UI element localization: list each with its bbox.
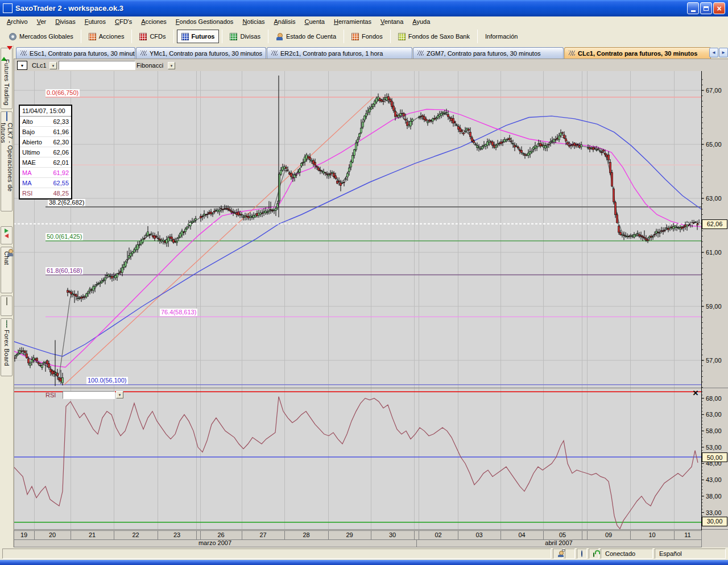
svg-text:38,00: 38,00: [706, 493, 722, 500]
app-window: SaxoTrader 2 - workspace.ok.3 × ArchivoV…: [0, 0, 728, 565]
tooltip-row-abierto: Abierto62,30: [20, 137, 71, 147]
instrument-search-input[interactable]: [59, 61, 135, 70]
svg-text:marzo 2007: marzo 2007: [198, 539, 231, 546]
svg-text:04: 04: [518, 531, 525, 538]
mercados-icon: [9, 33, 16, 40]
rsi-dropdown-button[interactable]: ▼: [116, 391, 123, 398]
fib-label: 76.4(58,613): [160, 309, 197, 316]
toolbar-button-acciones[interactable]: Acciones: [84, 30, 129, 43]
chart-tab-clc1[interactable]: CLc1, Contrato para futuros, 30 minutos: [564, 47, 711, 59]
svg-text:68,00: 68,00: [706, 395, 722, 402]
sidebar-tab-label: CLK7 - Operaciones de futuros: [0, 123, 14, 211]
menu-item-noticias[interactable]: Noticias: [238, 17, 269, 26]
chart-tab-esc1[interactable]: ESc1, Contrato para futuros, 30 minutos: [16, 47, 135, 59]
language-status[interactable]: Español: [655, 549, 726, 559]
tab-scroll-right-button[interactable]: ►: [719, 48, 728, 57]
acciones-icon: [89, 33, 96, 40]
toolbar-button-label: Estado de Cuenta: [286, 33, 336, 40]
tooltip-row-value: 62,06: [53, 149, 69, 156]
chart-pen-icon: [569, 51, 575, 56]
toolbar-button-estado[interactable]: Estado de Cuenta: [271, 30, 341, 43]
tooltip-row-value: 48,25: [53, 190, 69, 197]
sidebar-tab-chat[interactable]: Chat: [1, 247, 13, 293]
chevron-down-icon: ▼: [20, 64, 24, 68]
toolbar-button-saxobank[interactable]: Fondos de Saxo Bank: [394, 30, 474, 43]
fib-label: 50.0(61,425): [46, 233, 83, 240]
status-security-cell[interactable]: [589, 549, 599, 559]
instrument-dropdown-button[interactable]: ▼: [49, 62, 57, 69]
app-icon: [3, 3, 13, 13]
toolbar-button-label: Mercados Globales: [19, 33, 73, 40]
close-button[interactable]: ×: [713, 2, 725, 14]
tooltip-row-label: MA: [22, 180, 32, 186]
estado-icon: [276, 33, 283, 40]
chart-tab-label: ESc1, Contrato para futuros, 30 minutos: [30, 50, 135, 57]
svg-text:63,00: 63,00: [706, 195, 722, 202]
menu-item-ver[interactable]: Ver: [32, 17, 51, 26]
toolbar-separator: [268, 30, 268, 43]
toolbar-separator: [173, 30, 174, 43]
menu-item-fondosgestionados[interactable]: Fondos Gestionados: [171, 17, 238, 26]
menu-item-archivo[interactable]: Archivo: [2, 17, 32, 26]
tooltip-row-value: 61,92: [53, 169, 69, 176]
toolbar-button-fondos[interactable]: Fondos: [347, 30, 387, 43]
status-bar: Conectado Español: [0, 547, 728, 560]
sidebar-tab-stack[interactable]: [1, 296, 13, 316]
tooltip-row-label: Abierto: [22, 139, 42, 146]
chart-tab-zgm7[interactable]: ZGM7, Contrato para futuros, 30 minutos: [413, 47, 564, 59]
sidebar-tab-forex-board[interactable]: Forex Board: [1, 318, 13, 376]
menu-item-cuenta[interactable]: Cuenta: [300, 17, 329, 26]
menu-item-futuros[interactable]: Futuros: [80, 17, 110, 26]
toolbar-button-cfds[interactable]: CFDs: [135, 30, 170, 43]
sidebar-tab-clk7-operaciones-de-futuros[interactable]: CLK7 - Operaciones de futuros: [1, 111, 13, 211]
toolbar-button-label: Acciones: [99, 33, 125, 40]
window-title: SaxoTrader 2 - workspace.ok.3: [15, 4, 686, 13]
menu-item-acciones[interactable]: Acciones: [136, 17, 171, 26]
chart-tab-label: ER2c1, Contrato para futuros, 1 hora: [280, 50, 383, 57]
chart-tab-er2c1[interactable]: ER2c1, Contrato para futuros, 1 hora: [267, 47, 412, 59]
svg-text:abril 2007: abril 2007: [545, 539, 572, 546]
menu-item-cfds[interactable]: CFD's: [110, 17, 136, 26]
chart-menu-button[interactable]: ▼: [17, 61, 27, 70]
svg-text:61,00: 61,00: [706, 249, 722, 256]
menu-item-divisas[interactable]: Divisas: [51, 17, 80, 26]
sidebar-tab-futures-trading[interactable]: Futures Trading: [1, 48, 13, 109]
sidebar-tab-label: Forex Board: [3, 330, 10, 366]
window-icon: [6, 114, 7, 121]
toolbar-button-label: CFDs: [150, 33, 166, 40]
svg-text:10: 10: [648, 531, 655, 538]
divisas-icon: [230, 33, 237, 40]
svg-text:27: 27: [259, 531, 266, 538]
menu-item-anlisis[interactable]: Análisis: [270, 17, 300, 26]
menu-item-ventana[interactable]: Ventana: [376, 17, 408, 26]
tab-scroll-left-button[interactable]: ◄: [709, 48, 718, 57]
chart-tab-ymc1[interactable]: YMc1, Contrato para futuros, 30 minutos: [136, 47, 266, 59]
svg-text:67,00: 67,00: [706, 87, 722, 94]
svg-text:23: 23: [173, 531, 180, 538]
svg-text:09: 09: [605, 531, 612, 538]
chart-pen-icon: [20, 51, 27, 56]
close-icon: ×: [717, 4, 721, 13]
menu-item-herramientas[interactable]: Herramientas: [329, 17, 376, 26]
rsi-settings-input[interactable]: [63, 391, 115, 399]
fib-label: 0.0(66,750): [46, 89, 80, 97]
restore-icon: [704, 6, 709, 11]
toolbar-separator: [81, 30, 81, 43]
toolbar-button-label: Futuros: [192, 33, 215, 40]
drawing-tool-dropdown-button[interactable]: ▼: [168, 62, 175, 69]
toolbar-button-mercados[interactable]: Mercados Globales: [5, 30, 78, 43]
minimize-button[interactable]: [687, 2, 699, 14]
toolbar-button-none[interactable]: Información: [481, 30, 522, 43]
rsi-close-icon[interactable]: ✕: [692, 389, 700, 397]
workspace: Futures TradingCLK7 - Operaciones de fut…: [0, 45, 728, 547]
restore-button[interactable]: [700, 2, 712, 14]
toolbar-button-divisas[interactable]: Divisas: [225, 30, 264, 43]
toolbar-button-futuros[interactable]: Futuros: [177, 30, 220, 43]
status-chat-cell[interactable]: [553, 549, 563, 559]
sidebar-tab-transfer-arrows[interactable]: [1, 226, 13, 244]
status-network-cell[interactable]: [577, 549, 587, 559]
toolbar-separator: [390, 30, 391, 43]
menu-item-ayuda[interactable]: Ayuda: [408, 17, 435, 26]
svg-text:20: 20: [49, 531, 56, 538]
menu-bar: ArchivoVerDivisasFuturosCFD'sAccionesFon…: [0, 16, 728, 27]
